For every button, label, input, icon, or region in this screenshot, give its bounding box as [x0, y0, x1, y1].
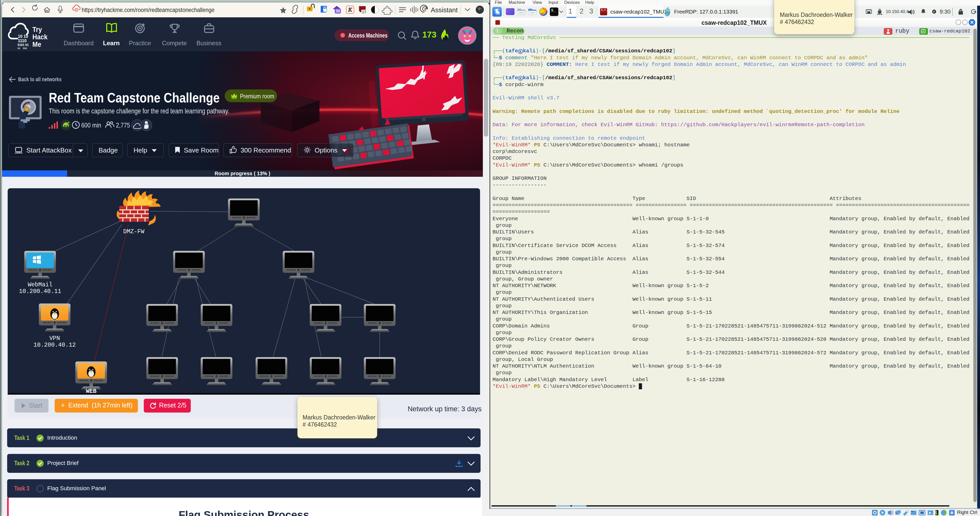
svg-text:WEB: WEB	[86, 388, 97, 393]
svg-text:10.200.40.12: 10.200.40.12	[33, 342, 76, 349]
svg-text:10 10: 10 10	[18, 34, 28, 38]
svg-text:01: 01	[18, 47, 20, 49]
svg-text:10.200.40.11: 10.200.40.11	[19, 288, 61, 295]
svg-text:DMZ-FW: DMZ-FW	[123, 228, 145, 235]
svg-text:27: 27	[362, 10, 366, 14]
svg-text:0101 01: 0101 01	[18, 43, 29, 47]
svg-text:K: K	[348, 6, 352, 13]
svg-text:1110: 1110	[18, 38, 27, 43]
svg-text:VPN: VPN	[49, 335, 60, 342]
svg-text:010: 010	[23, 47, 27, 49]
svg-text:WebMail: WebMail	[28, 282, 52, 288]
svg-text:30: 30	[336, 9, 340, 13]
